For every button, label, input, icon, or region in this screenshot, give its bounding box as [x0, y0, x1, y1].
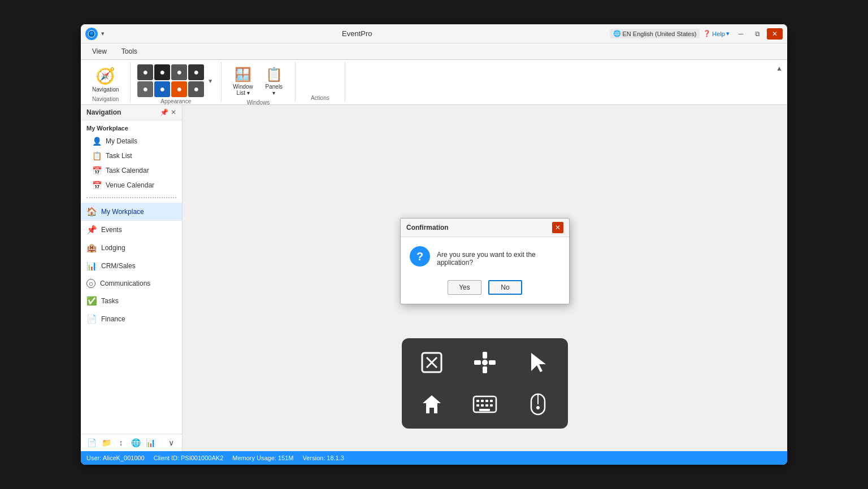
communications-icon: ○ [86, 279, 96, 288]
nav-item-crm-sales[interactable]: 📊 CRM/Sales [81, 257, 182, 275]
app-title: EventPro [342, 29, 372, 38]
sidebar-item-task-calendar[interactable]: 📅 Task Calendar [81, 163, 182, 178]
task-list-icon: 📋 [92, 151, 101, 160]
svg-point-23 [536, 406, 540, 409]
my-details-label: My Details [106, 137, 137, 145]
appearance-btn-4[interactable]: ● [188, 64, 204, 80]
dialog-body: ? Are you sure you want to exit the appl… [401, 237, 569, 276]
appearance-btn-7[interactable]: ● [171, 81, 187, 97]
appearance-expand[interactable]: ▼ [206, 64, 214, 97]
ribbon-tabs: View Tools [81, 43, 787, 59]
panels-button[interactable]: 📋 Panels▾ [260, 64, 288, 98]
minimize-button[interactable]: ─ [733, 28, 749, 40]
language-selector[interactable]: 🌐 EN English (United States) [610, 29, 700, 38]
appearance-btn-2[interactable]: ● [154, 64, 170, 80]
appearance-btn-3[interactable]: ● [171, 64, 187, 80]
window-list-label: WindowList ▾ [233, 84, 253, 96]
ft-keyboard-button[interactable] [459, 385, 510, 424]
dialog-buttons: Yes No [401, 276, 569, 304]
navigation-button[interactable]: 🧭 Navigation [88, 64, 123, 95]
communications-label: Communications [100, 280, 150, 287]
tab-tools[interactable]: Tools [115, 45, 144, 58]
svg-rect-20 [479, 409, 490, 411]
status-memory: Memory Usage: 151M [232, 455, 293, 461]
svg-rect-14 [485, 400, 488, 402]
sidebar-bottom-icon-2[interactable]: 📁 [100, 436, 112, 449]
yes-button[interactable]: Yes [448, 280, 481, 295]
tasks-label: Tasks [101, 297, 119, 305]
windows-group-content: 🪟 WindowList ▾ 📋 Panels▾ [228, 64, 288, 98]
window-list-button[interactable]: 🪟 WindowList ▾ [228, 64, 258, 98]
confirmation-dialog: Confirmation ✕ ? Are you sure you want t… [400, 218, 570, 304]
events-icon: 📌 [86, 225, 97, 235]
crm-sales-icon: 📊 [86, 261, 97, 271]
close-button[interactable]: ✕ [767, 28, 783, 40]
ribbon-group-actions: Actions [300, 62, 345, 102]
appearance-btn-1[interactable]: ● [137, 64, 153, 80]
no-button[interactable]: No [488, 280, 522, 295]
sidebar-close-button[interactable]: ✕ [171, 108, 176, 116]
ft-cursor-button[interactable] [513, 343, 563, 382]
appearance-btn-5[interactable]: ● [137, 81, 153, 97]
sidebar-bottom-icon-5[interactable]: 📊 [144, 436, 157, 449]
sidebar-bottom-icon-1[interactable]: 📄 [85, 436, 98, 449]
sidebar-pin-button[interactable]: 📌 [160, 108, 168, 116]
sidebar-item-my-details[interactable]: 👤 My Details [81, 134, 182, 149]
sidebar-item-task-list[interactable]: 📋 Task List [81, 149, 182, 163]
appearance-grid: ● ● ● ● ● ● ● ● [137, 64, 204, 97]
dialog-question-icon: ? [410, 246, 430, 267]
title-bar-left: ▾ [85, 28, 105, 40]
floating-toolbar [402, 338, 568, 429]
ft-mouse-button[interactable] [513, 385, 563, 424]
nav-item-lodging[interactable]: 🏨 Lodging [81, 239, 182, 257]
nav-item-events[interactable]: 📌 Events [81, 221, 182, 239]
nav-item-communications[interactable]: ○ Communications [81, 275, 182, 292]
ft-close-button[interactable] [406, 343, 457, 382]
svg-rect-4 [483, 352, 487, 359]
sidebar-divider [86, 197, 176, 198]
panels-icon: 📋 [266, 67, 283, 82]
ribbon-collapse-button[interactable]: ▲ [776, 64, 783, 72]
status-user: User: AliceK_001000 [86, 455, 145, 461]
svg-rect-18 [485, 404, 488, 407]
app-logo [85, 28, 98, 40]
sidebar-bottom-chevron[interactable]: ∨ [165, 436, 177, 449]
restore-button[interactable]: ⧉ [750, 28, 766, 40]
svg-rect-19 [490, 404, 493, 407]
lodging-icon: 🏨 [86, 243, 97, 253]
events-label: Events [101, 226, 122, 234]
dialog-close-button[interactable]: ✕ [552, 222, 563, 233]
finance-label: Finance [101, 315, 125, 323]
actions-group-label: Actions [311, 95, 329, 101]
my-details-icon: 👤 [92, 137, 101, 146]
status-version: Version: 18.1.3 [302, 455, 344, 461]
navigation-icon: 🧭 [96, 67, 115, 85]
venue-calendar-label: Venue Calendar [106, 181, 154, 189]
sidebar-bottom-icon-3[interactable]: ↕ [115, 436, 127, 449]
sidebar-item-venue-calendar[interactable]: 📅 Venue Calendar [81, 178, 182, 193]
title-bar-right: 🌐 EN English (United States) ❓ Help ▾ ─ … [610, 28, 783, 40]
dialog-message: Are you sure you want to exit the applic… [437, 246, 560, 267]
venue-calendar-icon: 📅 [92, 181, 101, 190]
finance-icon: 📄 [86, 314, 97, 324]
task-calendar-icon: 📅 [92, 166, 101, 175]
svg-marker-10 [423, 395, 441, 413]
tab-view[interactable]: View [85, 45, 114, 58]
task-list-label: Task List [106, 152, 132, 160]
title-bar: ▾ EventPro 🌐 EN English (United States) … [81, 24, 787, 43]
main-area: Navigation 📌 ✕ My Workplace 👤 My Details… [81, 105, 787, 451]
help-button[interactable]: ❓ Help ▾ [703, 30, 730, 37]
ft-home-button[interactable] [406, 385, 457, 424]
svg-rect-13 [481, 400, 484, 402]
dialog-title: Confirmation [406, 224, 449, 232]
app-window: ▾ EventPro 🌐 EN English (United States) … [81, 24, 787, 465]
appearance-btn-6[interactable]: ● [154, 81, 170, 97]
sidebar-bottom-icon-4[interactable]: 🌐 [129, 436, 142, 449]
nav-item-finance[interactable]: 📄 Finance [81, 310, 182, 328]
nav-item-tasks[interactable]: ✅ Tasks [81, 292, 182, 310]
appearance-btn-8[interactable]: ● [188, 81, 204, 97]
sidebar: Navigation 📌 ✕ My Workplace 👤 My Details… [81, 105, 183, 451]
lang-text: EN English (United States) [623, 30, 697, 37]
nav-item-my-workplace[interactable]: 🏠 My Workplace [81, 203, 182, 221]
ft-navigation-button[interactable] [459, 343, 510, 382]
